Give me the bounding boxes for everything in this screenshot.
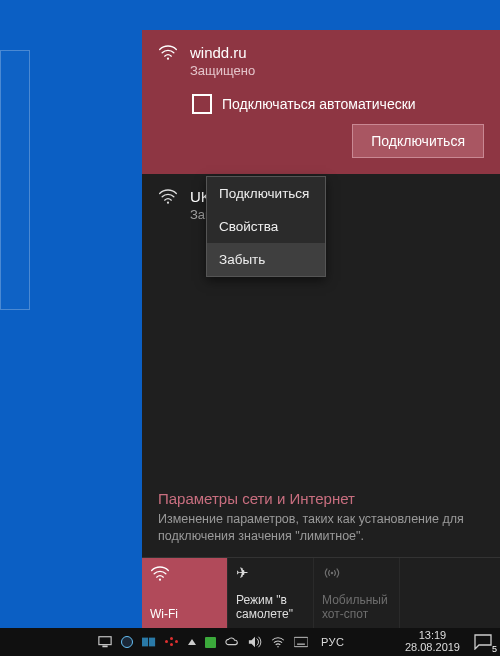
tray-security-icon[interactable] [205, 637, 216, 648]
tray-language[interactable]: РУС [317, 636, 349, 648]
tray-action-center[interactable]: 5 [466, 628, 500, 656]
hotspot-icon [322, 564, 391, 582]
ctx-properties[interactable]: Свойства [207, 210, 325, 243]
svg-rect-4 [99, 637, 111, 645]
svg-point-1 [167, 202, 169, 204]
ctx-forget[interactable]: Забыть [207, 243, 325, 276]
tray-volume-icon[interactable] [248, 635, 262, 649]
svg-point-2 [159, 579, 161, 581]
auto-connect-label: Подключаться автоматически [222, 96, 416, 112]
system-tray: РУС [98, 635, 349, 649]
network-flyout: windd.ru Защищено Подключаться автоматич… [142, 30, 500, 628]
svg-rect-6 [142, 638, 148, 647]
clock-date: 28.08.2019 [405, 642, 460, 654]
settings-description: Изменение параметров, таких как установл… [158, 511, 484, 545]
svg-rect-5 [102, 646, 107, 648]
tray-overflow-chevron-icon[interactable] [188, 639, 196, 645]
airplane-icon: ✈ [236, 564, 305, 582]
tile-label: Режим "в самолете" [236, 594, 305, 622]
auto-connect-checkbox[interactable] [192, 94, 212, 114]
svg-rect-10 [297, 644, 305, 645]
svg-rect-9 [294, 637, 308, 646]
svg-point-8 [277, 646, 279, 648]
network-context-menu: Подключиться Свойства Забыть [206, 176, 326, 277]
wifi-icon [158, 188, 178, 222]
tile-airplane-mode[interactable]: ✈ Режим "в самолете" [228, 558, 314, 628]
tile-wifi[interactable]: Wi-Fi [142, 558, 228, 628]
network-settings-link[interactable]: Параметры сети и Интернет Изменение пара… [142, 484, 500, 557]
network-ssid: windd.ru [190, 44, 255, 61]
tile-label: Мобильный хот-спот [322, 594, 391, 622]
tray-clock[interactable]: 13:19 28.08.2019 [399, 630, 466, 653]
connect-button[interactable]: Подключиться [352, 124, 484, 158]
tile-mobile-hotspot[interactable]: Мобильный хот-спот [314, 558, 400, 628]
tray-monitor-icon[interactable] [98, 635, 112, 649]
tray-keyboard-icon[interactable] [294, 635, 308, 649]
tray-steam-icon[interactable] [121, 636, 133, 648]
network-status: Защищено [190, 63, 255, 78]
svg-rect-7 [149, 638, 155, 647]
tile-label: Wi-Fi [150, 608, 219, 622]
ctx-connect[interactable]: Подключиться [207, 177, 325, 210]
svg-point-0 [167, 58, 169, 60]
svg-point-3 [331, 572, 334, 575]
settings-title: Параметры сети и Интернет [158, 490, 484, 507]
background-window-fragment [0, 50, 30, 310]
tray-network-icon[interactable] [271, 635, 285, 649]
quick-action-tiles: Wi-Fi ✈ Режим "в самолете" Мобильный хот… [142, 557, 500, 628]
notification-badge: 5 [492, 644, 497, 654]
tray-cloud-icon[interactable] [225, 635, 239, 649]
tray-explorer-icon[interactable] [142, 635, 156, 649]
tray-app-icon[interactable] [165, 636, 179, 648]
wifi-icon [150, 564, 219, 582]
network-item-selected[interactable]: windd.ru Защищено Подключаться автоматич… [142, 30, 500, 174]
taskbar: РУС 13:19 28.08.2019 5 [0, 628, 500, 656]
wifi-icon [158, 44, 178, 64]
